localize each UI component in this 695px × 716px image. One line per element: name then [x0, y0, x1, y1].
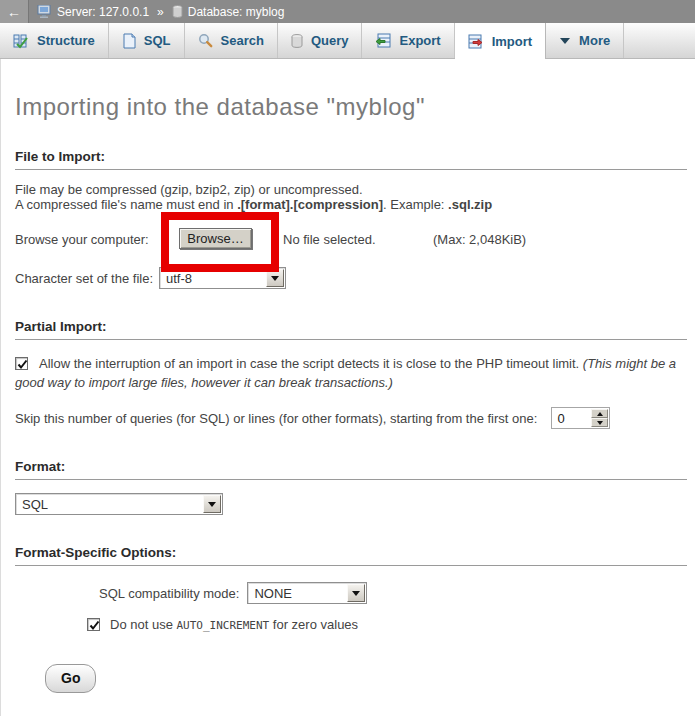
- max-upload-size-text: (Max: 2,048KiB): [433, 232, 526, 247]
- phpmyadmin-import-page: ← Server: 127.0.0.1 » Database: myblog S…: [0, 0, 695, 716]
- tab-label: Search: [221, 33, 264, 48]
- sql-compatibility-label: SQL compatibility mode:: [99, 586, 239, 601]
- format-row: SQL: [15, 493, 689, 515]
- allow-interruption-checkbox[interactable]: [15, 357, 28, 370]
- auto-increment-label: Do not use AUTO_INCREMENT for zero value…: [110, 617, 358, 632]
- browse-button[interactable]: Browse…: [179, 228, 252, 249]
- section-heading-format-specific: Format-Specific Options:: [15, 545, 687, 566]
- dropdown-arrow-icon: [203, 495, 221, 513]
- auto-increment-row: Do not use AUTO_INCREMENT for zero value…: [87, 617, 689, 632]
- charset-label: Character set of the file:: [15, 271, 153, 286]
- file-upload-row: Browse your computer: Browse… No file se…: [15, 228, 689, 250]
- structure-icon: [13, 33, 29, 49]
- import-icon: [468, 34, 484, 49]
- skip-queries-stepper[interactable]: 0: [551, 407, 610, 429]
- tab-label: Export: [399, 33, 440, 48]
- page-title: Importing into the database "myblog": [15, 59, 689, 121]
- browse-label: Browse your computer:: [15, 232, 149, 247]
- tab-label: SQL: [144, 33, 171, 48]
- tab-structure[interactable]: Structure: [0, 23, 109, 58]
- stepper-buttons: [591, 409, 608, 427]
- query-database-icon: [291, 34, 303, 48]
- format-selected-value: SQL: [16, 494, 202, 514]
- tab-label: More: [579, 33, 610, 48]
- stepper-down-button[interactable]: [591, 418, 608, 427]
- breadcrumb-bar: ← Server: 127.0.0.1 » Database: myblog: [0, 0, 695, 23]
- charset-row: Character set of the file: utf-8: [15, 267, 689, 289]
- compression-help-text: File may be compressed (gzip, bzip2, zip…: [15, 182, 689, 212]
- export-icon: [375, 33, 391, 48]
- chevron-down-icon: [559, 37, 571, 45]
- dropdown-arrow-icon: [266, 269, 284, 287]
- tab-more[interactable]: More: [546, 23, 624, 58]
- sql-compatibility-row: SQL compatibility mode: NONE: [99, 582, 689, 604]
- up-arrow-icon: [597, 412, 603, 416]
- breadcrumb-database-link[interactable]: Database: myblog: [188, 5, 285, 19]
- skip-queries-label: Skip this number of queries (for SQL) or…: [15, 411, 537, 426]
- main-content: Importing into the database "myblog" Fil…: [0, 59, 695, 716]
- skip-queries-value: 0: [553, 409, 591, 427]
- no-file-selected-text: No file selected.: [283, 232, 376, 247]
- example-extension: .sql.zip: [448, 197, 492, 212]
- tab-label: Import: [492, 34, 532, 49]
- stepper-up-button[interactable]: [591, 409, 608, 418]
- format-compression-pattern: .[format].[compression]: [237, 197, 383, 212]
- server-icon: [37, 5, 52, 18]
- tab-bar: Structure SQL Search Query Export: [0, 23, 695, 59]
- breadcrumb-separator: »: [157, 5, 164, 19]
- tab-search[interactable]: Search: [185, 23, 278, 58]
- sql-file-icon: [122, 33, 136, 49]
- tab-sql[interactable]: SQL: [109, 23, 185, 58]
- back-button[interactable]: ←: [0, 0, 29, 23]
- tab-import[interactable]: Import: [455, 23, 546, 59]
- charset-selected-value: utf-8: [160, 268, 265, 288]
- auto-increment-keyword: AUTO_INCREMENT: [177, 619, 270, 632]
- back-arrow-icon: ←: [7, 4, 21, 20]
- sql-compatibility-select[interactable]: NONE: [247, 582, 367, 604]
- auto-increment-checkbox[interactable]: [87, 618, 100, 631]
- section-heading-file-to-import: File to Import:: [15, 149, 687, 170]
- tab-export[interactable]: Export: [362, 23, 454, 58]
- compression-line2: A compressed file's name must end in .[f…: [15, 197, 689, 212]
- skip-queries-row: Skip this number of queries (for SQL) or…: [15, 407, 689, 429]
- allow-interruption-row: Allow the interruption of an import in c…: [15, 354, 689, 392]
- format-select[interactable]: SQL: [15, 493, 223, 515]
- tab-label: Structure: [37, 33, 95, 48]
- go-button[interactable]: Go: [45, 664, 96, 693]
- charset-select[interactable]: utf-8: [159, 267, 286, 289]
- down-arrow-icon: [597, 421, 603, 425]
- search-icon: [198, 33, 213, 48]
- database-icon: [172, 5, 183, 18]
- breadcrumb: Server: 127.0.0.1 » Database: myblog: [37, 5, 284, 19]
- sql-compatibility-value: NONE: [248, 583, 346, 603]
- section-heading-format: Format:: [15, 459, 687, 480]
- tab-query[interactable]: Query: [278, 23, 363, 58]
- tab-label: Query: [311, 33, 349, 48]
- allow-interruption-label: Allow the interruption of an import in c…: [39, 356, 583, 371]
- breadcrumb-server-link[interactable]: Server: 127.0.0.1: [57, 5, 149, 19]
- section-heading-partial-import: Partial Import:: [15, 319, 687, 340]
- compression-line1: File may be compressed (gzip, bzip2, zip…: [15, 182, 689, 197]
- dropdown-arrow-icon: [347, 584, 365, 602]
